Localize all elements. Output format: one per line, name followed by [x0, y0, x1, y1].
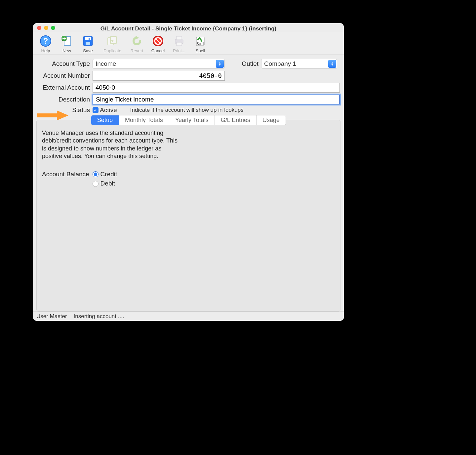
- revert-button[interactable]: Revert: [126, 34, 147, 53]
- print-button[interactable]: Print...: [169, 34, 190, 53]
- cancel-label: Cancel: [151, 48, 165, 53]
- status-user: User Master: [36, 313, 67, 320]
- cancel-icon: [151, 34, 165, 48]
- save-label: Save: [83, 48, 93, 53]
- cancel-button[interactable]: Cancel: [147, 34, 169, 53]
- chevron-updown-icon: ▲▼: [328, 60, 336, 68]
- tab-gl-entries[interactable]: G/L Entries: [215, 115, 257, 125]
- revert-label: Revert: [131, 48, 143, 53]
- traffic-lights: [37, 26, 55, 30]
- tabs: Setup Monthly Totals Yearly Totals G/L E…: [37, 115, 340, 125]
- new-button[interactable]: New: [56, 34, 77, 53]
- toolbar: ? Help New Save Duplicate Rever: [33, 32, 344, 55]
- balance-debit-radio[interactable]: Debit: [93, 180, 117, 188]
- statusbar: User Master Inserting account ....: [33, 311, 344, 321]
- account-balance-label: Account Balance: [42, 170, 89, 179]
- svg-rect-8: [86, 42, 90, 45]
- zoom-button[interactable]: [51, 26, 55, 30]
- status-hint: Indicate if the account will show up in …: [130, 107, 244, 113]
- tab-monthly[interactable]: Monthly Totals: [119, 115, 169, 125]
- new-icon: [60, 34, 73, 48]
- spell-icon: Spell: [194, 34, 207, 48]
- account-type-label: Account Type: [33, 60, 93, 67]
- minimize-button[interactable]: [44, 26, 48, 30]
- radio-selected-icon: [93, 171, 99, 177]
- debit-label: Debit: [100, 180, 115, 188]
- new-label: New: [62, 48, 71, 53]
- svg-text:?: ?: [43, 36, 48, 45]
- status-label: Status: [33, 106, 93, 114]
- tab-usage[interactable]: Usage: [257, 115, 286, 125]
- description-label: Description: [33, 96, 93, 103]
- form-area: Account Type Income ▲▼ Outlet Company 1 …: [33, 55, 344, 117]
- tab-body: Venue Manager uses the standard accounti…: [37, 120, 340, 191]
- svg-rect-16: [177, 36, 182, 40]
- account-number-input[interactable]: [93, 71, 225, 81]
- revert-icon: [130, 34, 143, 48]
- duplicate-icon: [106, 34, 119, 48]
- close-button[interactable]: [37, 26, 41, 30]
- window-title: G/L Account Detail - Single Ticket Incom…: [36, 23, 340, 32]
- outlet-value: Company 1: [264, 60, 296, 67]
- outlet-label: Outlet: [225, 60, 261, 67]
- svg-rect-5: [62, 38, 66, 39]
- save-icon: [81, 34, 95, 48]
- radio-unselected-icon: [93, 181, 99, 187]
- print-icon: [173, 34, 186, 48]
- help-icon: ?: [39, 34, 52, 48]
- window: G/L Account Detail - Single Ticket Incom…: [33, 23, 344, 321]
- credit-label: Credit: [100, 170, 117, 179]
- duplicate-label: Duplicate: [103, 48, 121, 53]
- status-message: Inserting account ....: [74, 313, 124, 320]
- svg-rect-17: [177, 42, 182, 46]
- account-type-value: Income: [96, 60, 116, 67]
- chevron-updown-icon: ▲▼: [216, 60, 224, 68]
- save-button[interactable]: Save: [77, 34, 99, 53]
- help-button[interactable]: ? Help: [35, 34, 56, 53]
- balance-credit-radio[interactable]: Credit: [93, 170, 117, 179]
- tab-setup[interactable]: Setup: [91, 115, 119, 125]
- tab-yearly[interactable]: Yearly Totals: [169, 115, 215, 125]
- external-account-label: External Account: [33, 84, 93, 91]
- spell-label: Spell: [196, 48, 205, 53]
- svg-rect-9: [89, 38, 90, 40]
- account-number-label: Account Number: [33, 72, 93, 79]
- tab-panel: Setup Monthly Totals Yearly Totals G/L E…: [36, 120, 340, 311]
- help-label: Help: [41, 48, 50, 53]
- status-checkbox-label: Active: [100, 106, 117, 114]
- outlet-select[interactable]: Company 1 ▲▼: [261, 59, 337, 69]
- status-checkbox[interactable]: ✓: [93, 107, 99, 113]
- setup-info-text: Venue Manager uses the standard accounti…: [42, 129, 181, 160]
- spell-button[interactable]: Spell Spell: [190, 34, 211, 53]
- titlebar: G/L Account Detail - Single Ticket Incom…: [33, 23, 344, 32]
- description-input[interactable]: [93, 95, 340, 104]
- account-type-select[interactable]: Income ▲▼: [93, 59, 225, 69]
- svg-rect-7: [85, 37, 91, 40]
- print-label: Print...: [173, 48, 185, 53]
- balance-radio-group: Credit Debit: [93, 170, 117, 188]
- duplicate-button[interactable]: Duplicate: [99, 34, 126, 53]
- external-account-input[interactable]: [93, 83, 340, 93]
- svg-text:Spell: Spell: [197, 42, 204, 46]
